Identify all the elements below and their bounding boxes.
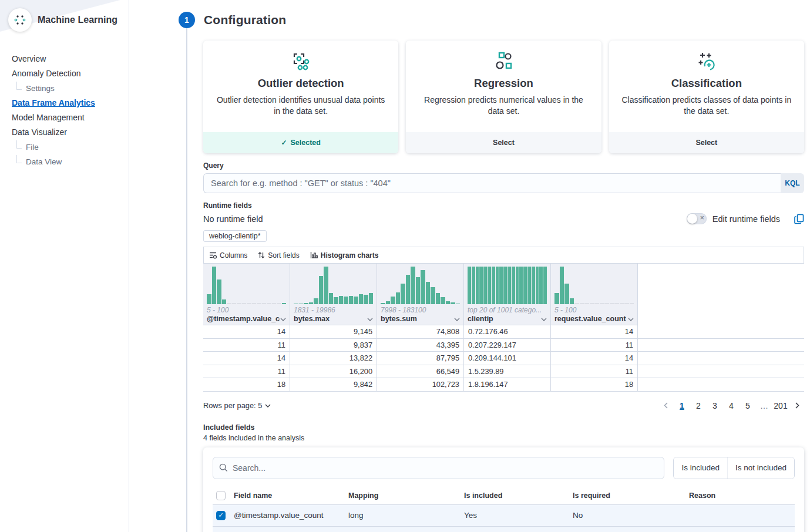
column-header-is-included[interactable]: Is included: [464, 491, 573, 500]
histogram-bar: [237, 303, 241, 304]
included-fields-subtitle: 4 fields included in the analysis: [203, 434, 804, 442]
chevron-down-icon[interactable]: [454, 315, 460, 323]
query-search-input[interactable]: [203, 173, 781, 193]
sidebar-item-data-visualizer[interactable]: Data Visualizer: [12, 125, 129, 140]
histogram-bar: [299, 304, 304, 304]
chevron-down-icon[interactable]: [628, 315, 634, 323]
fields-search-input[interactable]: [233, 463, 658, 473]
column-range-label: 1831 - 19986: [294, 306, 373, 314]
app-title: Machine Learning: [38, 15, 117, 25]
fields-filter-group: Is included Is not included: [673, 457, 795, 479]
histogram-bar: [451, 302, 455, 304]
histogram-bar: [496, 267, 499, 304]
field-checkbox[interactable]: ✓: [216, 511, 226, 520]
is-included-filter-button[interactable]: Is included: [674, 457, 727, 479]
page-button-3[interactable]: 3: [708, 399, 722, 413]
histogram-bar: [369, 293, 374, 304]
is-not-included-filter-button[interactable]: Is not included: [727, 457, 794, 479]
copy-icon[interactable]: [794, 214, 804, 224]
histogram-bar: [217, 280, 221, 304]
column-range-label: 5 - 100: [207, 306, 286, 314]
tree-line: [16, 155, 22, 163]
histogram-bar: [600, 303, 604, 304]
sidebar-item-settings[interactable]: Settings: [12, 81, 129, 96]
grid-cell: 9,837: [290, 339, 377, 352]
grid-column-header[interactable]: 5 - 100@timestamp.value_count: [203, 264, 290, 325]
sidebar-item-data-view[interactable]: Data View: [12, 154, 129, 169]
sidebar-item-file[interactable]: File: [12, 140, 129, 154]
columns-button[interactable]: Columns: [209, 251, 247, 260]
grid-column-header[interactable]: 5 - 100request.value_count: [551, 264, 638, 325]
histogram-bar: [364, 295, 368, 304]
grid-cell: 102,723: [377, 378, 464, 391]
histogram-bar: [584, 303, 589, 304]
grid-header-row: 5 - 100@timestamp.value_count1831 - 1998…: [203, 264, 804, 325]
histogram-bar: [431, 287, 435, 304]
histogram-charts-button[interactable]: Histogram charts: [310, 251, 379, 260]
sidebar: Machine Learning Overview Anomaly Detect…: [0, 0, 129, 532]
classification-icon: [695, 51, 718, 73]
table-row: 119,83743,3950.207.229.14711: [203, 339, 804, 352]
histogram-bar: [242, 303, 247, 304]
outlier-selected-button[interactable]: ✓ Selected: [203, 132, 398, 153]
grid-cell: 0.207.229.147: [464, 339, 551, 352]
edit-runtime-fields-toggle[interactable]: ×: [687, 213, 707, 224]
page-button-201[interactable]: 201: [774, 399, 788, 413]
card-outlier-detection[interactable]: Outlier detection Outlier detection iden…: [203, 41, 398, 153]
histogram-bar: [436, 293, 441, 304]
grid-cell: 66,549: [377, 365, 464, 378]
grid-column-header[interactable]: top 20 of 1001 catego...clientip: [464, 264, 551, 325]
query-label: Query: [203, 161, 804, 170]
column-header-field-name[interactable]: Field name: [234, 491, 348, 500]
fields-table: Field name Mapping Is included Is requir…: [213, 487, 795, 532]
previous-page-icon[interactable]: [658, 399, 673, 413]
sidebar-item-overview[interactable]: Overview: [12, 52, 129, 66]
histogram-bar: [309, 302, 314, 304]
page-button-2[interactable]: 2: [691, 399, 705, 413]
included-fields-panel: Is included Is not included Field name M…: [203, 447, 804, 532]
chevron-down-icon[interactable]: [367, 315, 373, 323]
classification-select-button[interactable]: Select: [609, 132, 804, 153]
histogram-bar: [319, 276, 324, 304]
regression-select-button[interactable]: Select: [406, 132, 601, 153]
histogram-bar: [594, 303, 599, 304]
column-header-is-required[interactable]: Is required: [573, 491, 689, 500]
histogram-bar: [222, 299, 227, 304]
sort-fields-button[interactable]: Sort fields: [258, 251, 299, 260]
histogram-bar: [532, 267, 535, 304]
page-button-5[interactable]: 5: [741, 399, 755, 413]
grid-cell: 14: [203, 325, 290, 338]
histogram-bar: [604, 303, 609, 304]
sidebar-item-anomaly-detection[interactable]: Anomaly Detection: [12, 66, 129, 81]
page-button-4[interactable]: 4: [724, 399, 738, 413]
page-button-1[interactable]: 1: [675, 399, 689, 413]
histogram-bar: [479, 267, 483, 304]
tree-line: [16, 140, 22, 149]
sidebar-item-data-frame-analytics[interactable]: Data Frame Analytics: [12, 96, 129, 110]
column-header-mapping[interactable]: Mapping: [348, 491, 464, 500]
chevron-down-icon[interactable]: [280, 315, 286, 323]
histogram-bar: [488, 267, 491, 304]
chevron-down-icon[interactable]: [541, 315, 547, 323]
fields-search-box[interactable]: [213, 457, 664, 479]
card-regression[interactable]: Regression Regression predicts numerical…: [406, 41, 601, 153]
next-page-icon[interactable]: [790, 399, 804, 413]
rows-per-page-button[interactable]: Rows per page: 5: [203, 401, 271, 410]
page-title: Configuration: [204, 13, 286, 27]
sidebar-item-model-management[interactable]: Model Management: [12, 110, 129, 125]
field-cell: @timestamp.value_count: [234, 511, 348, 520]
sidebar-nav: Overview Anomaly Detection Settings Data…: [0, 52, 129, 169]
select-all-checkbox[interactable]: [216, 491, 226, 500]
card-classification[interactable]: Classification Classification predicts c…: [609, 41, 804, 153]
page-ellipsis: …: [757, 399, 771, 413]
histogram-bar: [207, 294, 211, 304]
column-header-reason[interactable]: Reason: [689, 491, 795, 500]
index-pattern-chip[interactable]: weblog-clientip*: [203, 230, 267, 242]
runtime-fields-empty-text: No runtime field: [203, 214, 263, 224]
field-cell: No: [573, 511, 689, 520]
grid-column-header[interactable]: 1831 - 19986bytes.max: [290, 264, 377, 325]
column-name: clientip: [468, 315, 493, 323]
histogram-bar: [580, 303, 584, 304]
kql-language-button[interactable]: KQL: [781, 173, 804, 193]
grid-column-header[interactable]: 7998 - 183100bytes.sum: [377, 264, 464, 325]
